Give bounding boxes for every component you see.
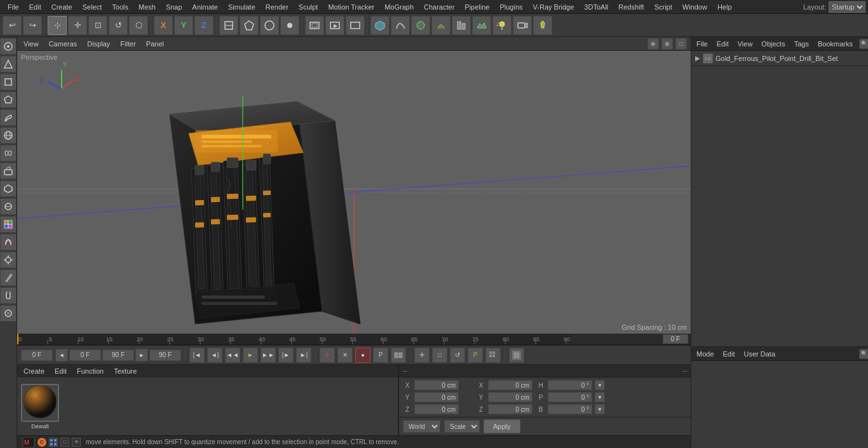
move-tool[interactable]: ✛: [68, 16, 87, 35]
smear-btn[interactable]: [0, 305, 17, 322]
menu-redshift[interactable]: Redshift: [613, 2, 649, 12]
at-mode[interactable]: Mode: [694, 349, 717, 359]
knife-btn[interactable]: [0, 269, 17, 286]
color-s-btn[interactable]: [0, 216, 17, 233]
poly-mode-btn[interactable]: [240, 16, 259, 35]
scale-dropdown[interactable]: Scale: [444, 420, 480, 433]
poly-mode-side-btn[interactable]: [0, 92, 17, 108]
frame-minus-btn[interactable]: ◄: [55, 349, 68, 362]
object-list-item[interactable]: ▶ Lo Gold_Ferrous_Pilot_Point_Drill_Bit_…: [691, 51, 868, 66]
rpt-objects[interactable]: Objects: [759, 39, 787, 49]
scene-btn[interactable]: [0, 198, 17, 215]
world-dropdown[interactable]: World Object: [403, 420, 440, 433]
curve-btn[interactable]: [391, 16, 410, 35]
menu-animate[interactable]: Animate: [187, 2, 223, 12]
vp-icon-btn-1[interactable]: ⊕: [648, 38, 659, 50]
extrude-tool[interactable]: ⬡: [129, 16, 148, 35]
camera-btn[interactable]: [513, 16, 532, 35]
surface-btn[interactable]: [0, 163, 17, 179]
point-mode-btn[interactable]: [280, 16, 299, 35]
magnet-btn[interactable]: [0, 234, 17, 250]
vp-cameras-menu[interactable]: Cameras: [46, 39, 80, 49]
effector-btn[interactable]: [452, 16, 471, 35]
mat-edit-btn[interactable]: Edit: [52, 367, 69, 376]
x-rot-input[interactable]: [488, 380, 532, 390]
rotate-tool[interactable]: ↺: [109, 16, 128, 35]
frame-plus-btn[interactable]: ►: [135, 349, 148, 362]
texture-btn[interactable]: [0, 127, 17, 144]
y-pos-input[interactable]: [414, 392, 459, 402]
move-mode-btn[interactable]: [0, 38, 17, 55]
play-forward-btn[interactable]: ►►: [261, 348, 276, 363]
menu-character[interactable]: Character: [419, 2, 459, 12]
rpt-file[interactable]: File: [694, 39, 710, 49]
render-view-btn[interactable]: [325, 16, 344, 35]
menu-file[interactable]: File: [3, 2, 24, 12]
menu-edit[interactable]: Edit: [24, 2, 46, 12]
new-cube-btn[interactable]: [370, 16, 390, 35]
b-input[interactable]: [548, 404, 592, 414]
menu-plugins[interactable]: Plugins: [494, 2, 527, 12]
x-axis-btn[interactable]: X: [154, 16, 173, 35]
restore-btn[interactable]: □: [60, 438, 69, 447]
rpt-search-icon[interactable]: 🔍: [859, 39, 868, 49]
vp-icon-btn-3[interactable]: □: [675, 38, 687, 50]
point-mode-side-btn[interactable]: [0, 56, 17, 72]
menu-3dtoall[interactable]: 3DToAll: [579, 2, 613, 12]
vp-display-menu[interactable]: Display: [85, 39, 112, 49]
menu-snap[interactable]: Snap: [161, 2, 187, 12]
anim-grid-btn[interactable]: [485, 348, 501, 363]
select-tool[interactable]: ⊹: [48, 16, 67, 35]
material-thumbnail[interactable]: [21, 384, 59, 422]
at-search-icon[interactable]: 🔍: [859, 349, 868, 359]
object-mode-btn[interactable]: [219, 16, 238, 35]
edge-mode-side-btn[interactable]: [0, 74, 17, 90]
apply-button[interactable]: Apply: [484, 419, 520, 433]
key-record-btn[interactable]: ●: [355, 348, 370, 363]
add-keyframe-btn[interactable]: ✛: [320, 348, 335, 363]
rotate-anim-btn[interactable]: ↺: [450, 348, 465, 363]
terrain-btn[interactable]: [472, 16, 491, 35]
deformer-btn[interactable]: [431, 16, 451, 35]
z-axis-btn[interactable]: Z: [194, 16, 214, 35]
layout-dropdown[interactable]: Startup: [829, 1, 865, 13]
go-next-key-btn[interactable]: |►: [278, 348, 294, 363]
frame-end2-input[interactable]: [149, 350, 181, 361]
p-input[interactable]: [548, 392, 592, 402]
rpt-view[interactable]: View: [735, 39, 756, 49]
sdk-btn[interactable]: [0, 145, 17, 161]
light-btn[interactable]: [492, 16, 512, 35]
menu-mesh[interactable]: Mesh: [133, 2, 161, 12]
play-reverse-btn[interactable]: ◄◄: [225, 348, 240, 363]
menu-render[interactable]: Render: [261, 2, 294, 12]
mat-function-btn[interactable]: Function: [74, 367, 106, 376]
p-arrow[interactable]: ▼: [595, 392, 605, 402]
go-end-btn[interactable]: ►|: [296, 348, 311, 363]
menu-pipeline[interactable]: Pipeline: [459, 2, 494, 12]
menu-tools[interactable]: Tools: [107, 2, 133, 12]
motion-path-btn[interactable]: P: [373, 348, 388, 363]
mat-create-btn[interactable]: Create: [21, 367, 47, 376]
render-region-btn[interactable]: [305, 16, 324, 35]
y-axis-btn[interactable]: Y: [174, 16, 193, 35]
viewport[interactable]: X Y Z Perspective Grid Spacing : 10 cm: [17, 51, 691, 334]
at-edit[interactable]: Edit: [721, 349, 738, 359]
del-keyframe-btn[interactable]: ✕: [337, 348, 353, 363]
z-rot-input[interactable]: [488, 404, 532, 414]
frame-start-input[interactable]: [21, 350, 53, 361]
menu-create[interactable]: Create: [46, 2, 78, 12]
play-btn[interactable]: ►: [243, 348, 258, 363]
nurbs-btn[interactable]: [411, 16, 430, 35]
rpt-bookmarks[interactable]: Bookmarks: [815, 39, 855, 49]
timeline-ruler[interactable]: 0 5 10 15 20 25 30 35 40: [17, 334, 691, 345]
x-pos-input[interactable]: [414, 380, 459, 390]
h-arrow[interactable]: ▼: [595, 380, 605, 390]
scale-anim-btn[interactable]: □: [432, 348, 447, 363]
menu-script[interactable]: Script: [649, 2, 677, 12]
paint-btn[interactable]: [0, 109, 17, 126]
current-frame-input[interactable]: [663, 334, 688, 344]
menu-motion-tracker[interactable]: Motion Tracker: [323, 2, 379, 12]
grab-btn[interactable]: [0, 287, 17, 304]
render-settings-btn[interactable]: [346, 16, 365, 35]
y-rot-input[interactable]: [488, 392, 532, 402]
